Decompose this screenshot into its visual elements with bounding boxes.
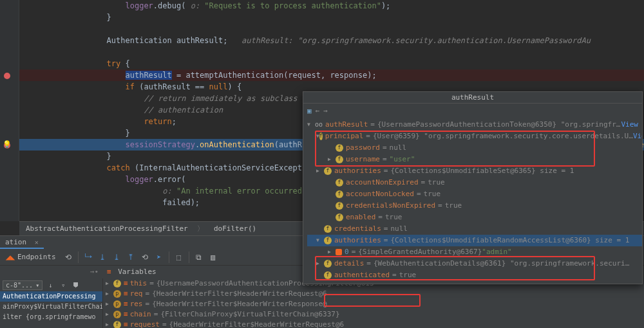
breakpoint-icon[interactable] [4, 73, 10, 79]
tree-node[interactable]: fenabled=true [307, 212, 642, 223]
endpoints-icon[interactable]: ◢◣ [3, 250, 17, 264]
debug-tab[interactable]: ation ✕ [0, 236, 44, 249]
editor-gutter: 💡 [0, 0, 19, 221]
code-line[interactable]: authResult = attemptAuthentication(reque… [19, 69, 644, 81]
variable-row[interactable]: ▶p≡res={HeaderWriterFilter$HeaderWriterR… [103, 299, 644, 309]
drop-frame-icon[interactable]: ⟲ [138, 250, 152, 264]
overhead-icon[interactable]: ⟲ [61, 250, 75, 264]
trace-icon[interactable]: ⧉ [192, 250, 206, 264]
code-line[interactable]: try { [19, 58, 644, 69]
step-out-icon[interactable]: ⤒ [124, 250, 138, 264]
tree-node[interactable]: ▶fauthorities={Collections$UnmodifiableS… [307, 165, 642, 177]
tree-node[interactable]: ▼fauthorities={Collections$UnmodifiableR… [307, 235, 642, 246]
frame-item[interactable]: ilter {org.springframewo [0, 312, 102, 322]
popup-forward-icon[interactable]: → [323, 107, 328, 115]
code-line[interactable]: } [19, 12, 644, 23]
tree-node[interactable]: fcredentials=null [307, 223, 642, 235]
frame-item[interactable]: ainProxy$VirtualFilterChai [0, 302, 102, 312]
evaluate-icon[interactable]: ⬚ [172, 250, 186, 264]
variable-row[interactable]: ▶p≡req={HeaderWriterFilter$HeaderWriterR… [103, 289, 644, 299]
code-line[interactable]: logger.debug( o: "Request is to process … [19, 0, 644, 12]
frames-panel: c-8"...▾ ↓ ▿ ⛊ AuthenticationProcessinga… [0, 278, 103, 328]
intention-bulb-icon[interactable]: 💡 [3, 140, 12, 149]
force-step-into-icon[interactable]: ⤓ [109, 250, 124, 264]
popup-back-icon[interactable]: ← [316, 107, 320, 115]
frames-settings-icon[interactable]: ⛊ [71, 280, 81, 290]
variables-panel: ▶f≡this={UsernamePasswordAuthenticationP… [103, 278, 644, 328]
settings-icon[interactable]: ▥ [206, 250, 220, 264]
code-line[interactable]: Authentication authResult; authResult: "… [19, 35, 644, 46]
popup-tree[interactable]: ▼ooauthResult={UsernamePasswordAuthentic… [303, 118, 642, 284]
step-over-icon[interactable]: ⮡ [81, 250, 95, 264]
tree-node[interactable]: faccountNonExpired=true [307, 177, 642, 188]
popup-toolbar: ▣ ← → [303, 104, 642, 118]
tree-node[interactable]: faccountNonLocked=true [307, 188, 642, 200]
run-to-cursor-icon[interactable]: ➤ [152, 250, 166, 264]
prev-frame-icon[interactable]: ↓ [45, 280, 55, 290]
step-into-icon[interactable]: ⤓ [95, 250, 109, 264]
view-link[interactable]: View [621, 119, 639, 131]
code-line[interactable] [19, 23, 644, 35]
evaluate-popup: authResult ▣ ← → ▼ooauthResult={Username… [303, 91, 643, 284]
popup-newtab-icon[interactable]: ▣ [307, 107, 312, 115]
frame-item[interactable]: AuthenticationProcessing [0, 291, 102, 302]
popup-title: authResult [303, 92, 642, 104]
endpoints-label: Endpoints [17, 253, 56, 261]
tree-node[interactable]: ▶fusername="user" [307, 154, 642, 165]
breadcrumb-item[interactable]: AbstractAuthenticationProcessingFilter [26, 224, 188, 233]
view-link[interactable]: View [633, 131, 642, 142]
breadcrumb-item[interactable]: doFilter() [214, 224, 256, 233]
tree-node[interactable]: ▶0={SimpleGrantedAuthority@6367} "admin" [307, 246, 642, 258]
variable-row[interactable]: ▶p≡chain={FilterChainProxy$VirtualFilter… [103, 309, 644, 320]
tree-node[interactable]: ▼ooauthResult={UsernamePasswordAuthentic… [307, 119, 642, 131]
tree-node[interactable]: fcredentialsNonExpired=true [307, 200, 642, 212]
tree-node[interactable]: ▼fprincipal={User@6359} "org.springframe… [307, 131, 642, 142]
thread-selector[interactable]: c-8"...▾ [3, 280, 43, 290]
close-icon[interactable]: ✕ [35, 239, 39, 246]
tree-node[interactable]: fpassword=null [307, 142, 642, 154]
tree-node[interactable]: fauthenticated=true [307, 269, 642, 281]
variable-row[interactable]: ▶f≡request={HeaderWriterFilter$HeaderWri… [103, 320, 644, 328]
code-line[interactable] [19, 46, 644, 58]
tree-node[interactable]: ▶fdetails={WebAuthenticationDetails@6361… [307, 258, 642, 269]
filter-icon[interactable]: ▿ [58, 280, 68, 290]
